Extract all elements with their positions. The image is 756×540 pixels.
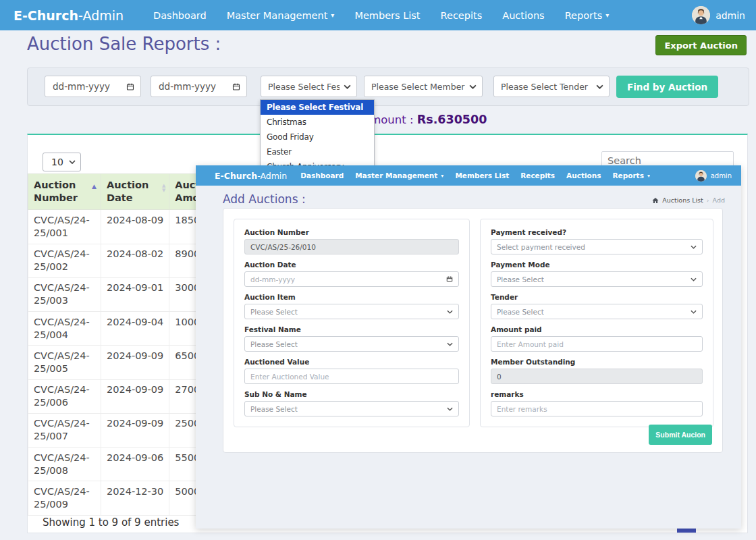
chevron-down-icon — [469, 84, 477, 89]
find-by-auction-button[interactable]: Find by Auction — [616, 76, 718, 98]
chevron-down-icon — [344, 84, 351, 89]
main-nav-items: DashboardMaster Management▾Members ListR… — [153, 10, 609, 21]
remarks-input[interactable] — [491, 401, 703, 416]
chevron-down-icon — [691, 310, 697, 314]
user-menu[interactable]: admin — [692, 0, 745, 30]
nav-item-label: Members List — [455, 171, 509, 180]
filter-bar: dd-mm-yyyy dd-mm-yyyy Please Select Fest… — [27, 68, 749, 106]
column-header-auction-number[interactable]: Auction Number▲ — [28, 174, 101, 210]
nav-item-label: Members List — [354, 10, 420, 21]
auction-item-select[interactable]: Please Select — [244, 304, 459, 319]
selected-value: Please Select — [497, 275, 544, 284]
add-auction-form-card: Auction NumberCVC/AS/25-26/010Auction Da… — [223, 208, 723, 453]
calendar-icon — [126, 82, 134, 91]
breadcrumb: Auctions List › Add — [652, 196, 725, 204]
export-auction-button[interactable]: Export Auction — [655, 35, 747, 55]
caret-down-icon: ▾ — [331, 11, 334, 19]
nav-item-label: Reports — [565, 10, 603, 21]
brand-logo[interactable]: E-Church-Admin — [14, 8, 124, 23]
cell-auction-date: 2024-09-09 — [101, 346, 169, 379]
form-field-payment-mode: Payment ModePlease Select — [491, 261, 703, 287]
festival-option-christmas[interactable]: Christmas — [261, 115, 374, 130]
placeholder-text: dd-mm-yyyy — [250, 275, 295, 284]
chevron-down-icon — [447, 407, 453, 411]
column-label: Auction Number — [34, 180, 78, 203]
nav-item-auctions[interactable]: Auctions — [502, 10, 544, 21]
date-from-input[interactable]: dd-mm-yyyy — [45, 76, 141, 97]
submit-auction-button[interactable]: Submit Aucion — [649, 425, 712, 445]
payment-received-select[interactable]: Select payment received — [491, 239, 703, 254]
column-header-auction-date[interactable]: Auction Date▲▼ — [101, 174, 169, 210]
tender-select[interactable]: Please Select Tender — [493, 76, 610, 97]
cell-auction-date: 2024-09-09 — [101, 379, 169, 413]
page-length-select[interactable]: 10 — [43, 153, 81, 171]
festival-option-good-friday[interactable]: Good Friday — [261, 130, 374, 144]
member-outstanding-label: Member Outstanding — [491, 358, 703, 366]
remarks-label: remarks — [491, 390, 703, 398]
brand-rest: -Admin — [257, 171, 287, 181]
cell-auction-date: 2024-09-01 — [101, 277, 169, 311]
caret-down-icon: ▾ — [647, 173, 650, 179]
tender-label: Tender — [491, 293, 703, 301]
total-amount-value: Rs.630500 — [417, 113, 487, 126]
selected-value: Please Select — [250, 308, 298, 316]
festival-select[interactable]: Please Select Festival — [261, 76, 357, 97]
brand-bold: E-Church — [14, 8, 78, 23]
form-right-column: Payment received?Select payment received… — [480, 219, 713, 427]
festival-option-easter[interactable]: Easter — [261, 144, 374, 159]
add-auctions-title: Add Auctions : — [223, 192, 306, 206]
sub-no-name-label: Sub No & Name — [244, 390, 459, 398]
form-field-auction-number: Auction NumberCVC/AS/25-26/010 — [244, 228, 459, 254]
nav-item-members-list[interactable]: Members List — [455, 171, 509, 180]
overlay-navbar: E-Church-Admin DashboardMaster Managemen… — [196, 165, 741, 186]
nav-item-label: Master Management — [355, 171, 437, 180]
nav-item-recepits[interactable]: Recepits — [441, 10, 483, 21]
sub-no-name-select[interactable]: Please Select — [244, 401, 459, 416]
cell-auction-date: 2024-12-30 — [101, 481, 169, 515]
user-menu[interactable]: admin — [695, 165, 732, 186]
auction-date-input[interactable]: dd-mm-yyyy — [244, 271, 459, 287]
nav-item-recepits[interactable]: Recepits — [520, 171, 555, 180]
festival-option-please-select-festival[interactable]: Please Select Festival — [261, 100, 374, 115]
member-select-value: Please Select Member — [371, 82, 465, 92]
overlay-nav-items: DashboardMaster Management▾Members ListR… — [300, 171, 650, 180]
auction-number-label: Auction Number — [244, 228, 459, 236]
chevron-down-icon — [596, 84, 603, 89]
festival-name-select[interactable]: Please Select — [244, 336, 459, 352]
festival-dropdown-list: Please Select FestivalChristmasGood Frid… — [260, 99, 375, 175]
tender-select[interactable]: Please Select — [491, 304, 703, 319]
home-icon — [652, 197, 659, 204]
sort-both-icon: ▲▼ — [162, 184, 165, 192]
brand-logo[interactable]: E-Church-Admin — [215, 171, 287, 181]
nav-item-label: Dashboard — [153, 10, 207, 21]
breadcrumb-current: Add — [713, 196, 725, 204]
cell-auction-number: CVC/AS/24-25/009 — [28, 481, 101, 515]
add-auctions-window: E-Church-Admin DashboardMaster Managemen… — [196, 165, 741, 529]
cell-auction-date: 2024-09-09 — [101, 413, 169, 447]
chevron-down-icon — [69, 160, 76, 164]
chevron-down-icon — [447, 310, 453, 314]
nav-item-dashboard[interactable]: Dashboard — [153, 10, 207, 21]
nav-item-master-management[interactable]: Master Management▾ — [227, 10, 335, 21]
caret-down-icon: ▾ — [605, 11, 609, 19]
date-to-placeholder: dd-mm-yyyy — [159, 81, 216, 92]
payment-mode-select[interactable]: Please Select — [491, 271, 703, 287]
form-field-sub-no-name: Sub No & NamePlease Select — [244, 390, 459, 416]
payment-mode-label: Payment Mode — [491, 261, 703, 269]
auctioned-value-input[interactable] — [244, 369, 459, 384]
amount-paid-input[interactable] — [491, 336, 703, 352]
nav-item-reports[interactable]: Reports▾ — [565, 10, 610, 21]
nav-item-members-list[interactable]: Members List — [354, 10, 420, 21]
date-to-input[interactable]: dd-mm-yyyy — [151, 76, 247, 97]
breadcrumb-parent[interactable]: Auctions List — [662, 196, 703, 204]
nav-item-dashboard[interactable]: Dashboard — [300, 171, 344, 180]
cell-auction-date: 2024-09-06 — [101, 448, 169, 481]
nav-item-reports[interactable]: Reports▾ — [613, 171, 650, 180]
form-field-payment-received: Payment received?Select payment received — [491, 228, 703, 254]
nav-item-master-management[interactable]: Master Management▾ — [355, 171, 443, 180]
form-field-tender: TenderPlease Select — [491, 293, 703, 319]
nav-item-label: Dashboard — [300, 171, 344, 180]
member-select[interactable]: Please Select Member — [364, 76, 483, 97]
cell-auction-number: CVC/AS/24-25/004 — [28, 312, 101, 346]
nav-item-auctions[interactable]: Auctions — [566, 171, 601, 180]
